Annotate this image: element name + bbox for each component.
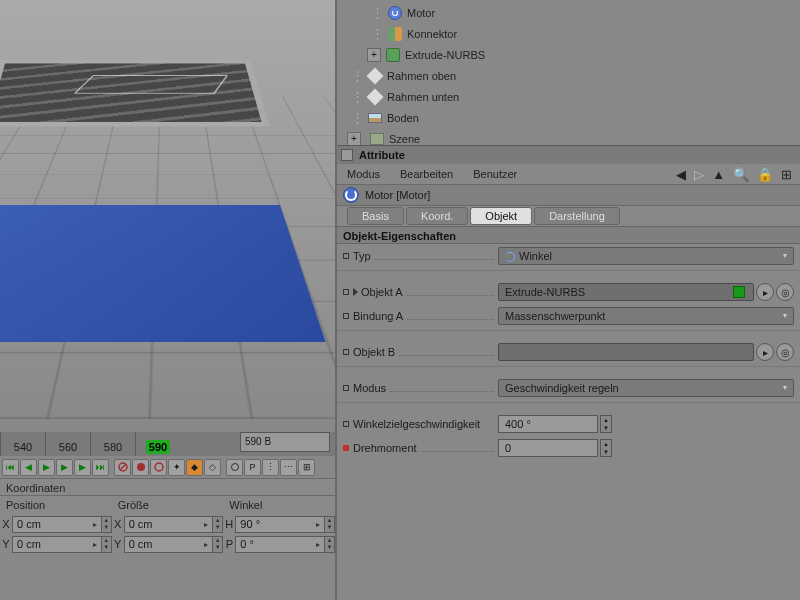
- axis-label: P: [223, 538, 235, 550]
- timeline-tick: 580: [90, 432, 135, 456]
- col-size: Größe: [112, 496, 224, 514]
- size-x-input[interactable]: 0 cm: [124, 516, 214, 533]
- new-icon[interactable]: ⊞: [781, 167, 792, 182]
- axis-label: H: [223, 518, 235, 530]
- attribute-menu: Modus Bearbeiten Benutzer ◀ ▷ ▲ 🔍 🔒 ⊞: [337, 164, 800, 184]
- frame-field[interactable]: 590 B: [240, 432, 330, 452]
- nav-up-icon[interactable]: ▲: [712, 167, 725, 182]
- spinner[interactable]: ▲▼: [600, 415, 612, 433]
- null-icon: [367, 88, 384, 105]
- typ-dropdown[interactable]: Winkel: [498, 247, 794, 265]
- menu-benutzer[interactable]: Benutzer: [473, 168, 517, 180]
- angle-p-input[interactable]: 0 °: [235, 536, 325, 553]
- label-bindung-a: Bindung A: [353, 310, 403, 322]
- tab-basis[interactable]: Basis: [347, 207, 404, 225]
- search-icon[interactable]: 🔍: [733, 167, 749, 182]
- timeline-tick: 540: [0, 432, 45, 456]
- tab-objekt[interactable]: Objekt: [470, 207, 532, 225]
- frame-object: [0, 60, 270, 126]
- label-typ: Typ: [353, 250, 371, 262]
- tree-item-boden[interactable]: ⋮Boden: [337, 107, 800, 128]
- tab-darstellung[interactable]: Darstellung: [534, 207, 620, 225]
- tree-item-konnektor[interactable]: ⋮Konnektor ✓: [337, 23, 800, 44]
- clear-button[interactable]: ▸: [756, 343, 774, 361]
- nav-back-icon[interactable]: ◀: [676, 167, 686, 182]
- menu-bearbeiten[interactable]: Bearbeiten: [400, 168, 453, 180]
- modus-dropdown[interactable]: Geschwindigkeit regeln: [498, 379, 794, 397]
- label-drehmoment: Drehmoment: [353, 442, 417, 454]
- clear-button[interactable]: ▸: [756, 283, 774, 301]
- play-fwd-button[interactable]: ▶: [56, 459, 73, 476]
- col-position: Position: [0, 496, 112, 514]
- key-selection-button[interactable]: ◆: [186, 459, 203, 476]
- opt5-button[interactable]: ⊞: [298, 459, 315, 476]
- label-winkelziel: Winkelzielgeschwindigkeit: [353, 418, 480, 430]
- svg-line-1: [120, 464, 126, 470]
- angle-h-input[interactable]: 90 °: [235, 516, 325, 533]
- spinner[interactable]: ▲▼: [325, 516, 335, 533]
- tree-item-rahmen-oben[interactable]: ⋮Rahmen oben ✓: [337, 65, 800, 86]
- floor-icon: [368, 113, 382, 123]
- tree-item-motor[interactable]: ⋮Motor ✓: [337, 2, 800, 23]
- spinner[interactable]: ▲▼: [213, 516, 223, 533]
- expand-button[interactable]: +: [367, 48, 381, 62]
- objekt-b-field[interactable]: [498, 343, 754, 361]
- coordinates-panel: Koordinaten Position Größe Winkel X0 cm▲…: [0, 478, 335, 554]
- attribute-object-header: Motor [Motor]: [337, 184, 800, 206]
- opt1-button[interactable]: [226, 459, 243, 476]
- lock-icon[interactable]: 🔒: [757, 167, 773, 182]
- selection-rect: [74, 75, 228, 93]
- prev-frame-button[interactable]: ◀: [20, 459, 37, 476]
- object-manager[interactable]: ⋮Motor ✓ ⋮Konnektor ✓ +Extrude-NURBS ✓ ⋮…: [337, 0, 800, 145]
- pos-y-input[interactable]: 0 cm: [12, 536, 102, 553]
- floor-plane: [0, 205, 326, 342]
- tree-item-szene[interactable]: +Szene: [337, 128, 800, 145]
- pos-x-input[interactable]: 0 cm: [12, 516, 102, 533]
- viewport[interactable]: [0, 0, 335, 432]
- expand-button[interactable]: +: [347, 132, 361, 146]
- nurbs-icon: [733, 286, 745, 298]
- attribute-panel-header: Attribute: [337, 145, 800, 164]
- label-objekt-a: Objekt A: [361, 286, 403, 298]
- size-y-input[interactable]: 0 cm: [124, 536, 214, 553]
- goto-start-button[interactable]: ⏮: [2, 459, 19, 476]
- spinner[interactable]: ▲▼: [325, 536, 335, 553]
- opt2-button[interactable]: P: [244, 459, 261, 476]
- opt3-button[interactable]: ⋮: [262, 459, 279, 476]
- objekt-a-field[interactable]: Extrude-NURBS: [498, 283, 754, 301]
- scene-icon: [370, 133, 384, 145]
- winkel-input[interactable]: 400 °: [498, 415, 598, 433]
- picker-button[interactable]: ◎: [776, 283, 794, 301]
- spinner[interactable]: ▲▼: [213, 536, 223, 553]
- tree-item-rahmen-unten[interactable]: ⋮Rahmen unten ✓: [337, 86, 800, 107]
- axis-label: Y: [0, 538, 12, 550]
- stop-button[interactable]: [114, 459, 131, 476]
- drehmoment-input[interactable]: 0: [498, 439, 598, 457]
- connector-icon: [388, 27, 402, 41]
- panel-toggle[interactable]: [341, 149, 353, 161]
- bindung-a-dropdown[interactable]: Massenschwerpunkt: [498, 307, 794, 325]
- key-pos-button[interactable]: ✦: [168, 459, 185, 476]
- col-angle: Winkel: [223, 496, 335, 514]
- label-objekt-b: Objekt B: [353, 346, 395, 358]
- spinner[interactable]: ▲▼: [102, 536, 112, 553]
- tab-koord[interactable]: Koord.: [406, 207, 468, 225]
- picker-button[interactable]: ◎: [776, 343, 794, 361]
- nurbs-icon: [386, 48, 400, 62]
- spinner[interactable]: ▲▼: [102, 516, 112, 533]
- nav-fwd-icon[interactable]: ▷: [694, 167, 704, 182]
- key-scale-button[interactable]: ◇: [204, 459, 221, 476]
- autokey-button[interactable]: [150, 459, 167, 476]
- opt4-button[interactable]: ⋯: [280, 459, 297, 476]
- next-frame-button[interactable]: ▶: [74, 459, 91, 476]
- timeline-tick: 590: [135, 432, 180, 456]
- svg-point-3: [155, 463, 163, 471]
- record-button[interactable]: [132, 459, 149, 476]
- goto-end-button[interactable]: ⏭: [92, 459, 109, 476]
- tree-item-extrude-nurbs[interactable]: +Extrude-NURBS ✓: [337, 44, 800, 65]
- play-back-button[interactable]: ▶: [38, 459, 55, 476]
- motor-icon: [343, 187, 359, 203]
- spinner[interactable]: ▲▼: [600, 439, 612, 457]
- menu-modus[interactable]: Modus: [347, 168, 380, 180]
- attribute-tabs: Basis Koord. Objekt Darstellung: [337, 206, 800, 226]
